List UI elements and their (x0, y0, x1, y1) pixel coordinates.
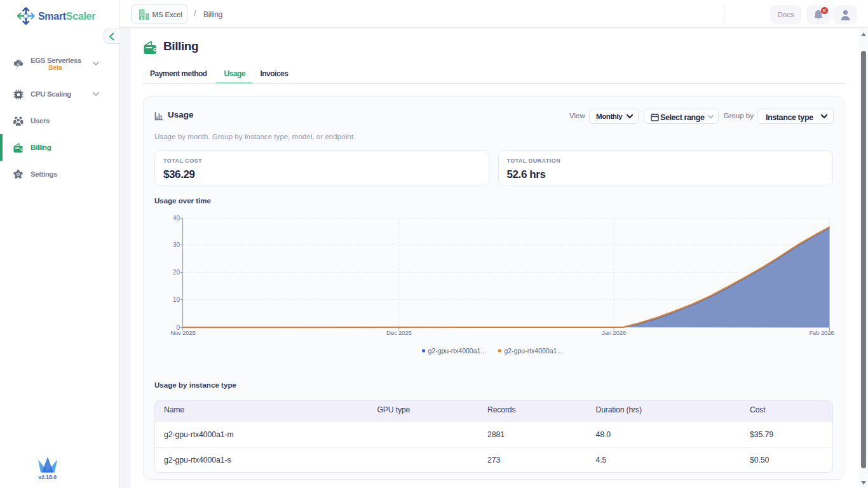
svg-text:30: 30 (173, 241, 180, 248)
svg-text:g2-gpu-rtx4000a1...: g2-gpu-rtx4000a1... (505, 347, 563, 355)
svg-text:Jan 2026: Jan 2026 (602, 329, 627, 336)
svg-text:40: 40 (173, 215, 180, 222)
svg-text:20: 20 (173, 269, 180, 276)
svg-text:Dec 2025: Dec 2025 (386, 329, 412, 336)
svg-text:10: 10 (173, 296, 180, 303)
svg-text:g2-gpu-rtx4000a1...: g2-gpu-rtx4000a1... (428, 347, 487, 355)
svg-text:Feb 2026: Feb 2026 (810, 329, 835, 336)
svg-text:Nov 2025: Nov 2025 (170, 329, 196, 336)
